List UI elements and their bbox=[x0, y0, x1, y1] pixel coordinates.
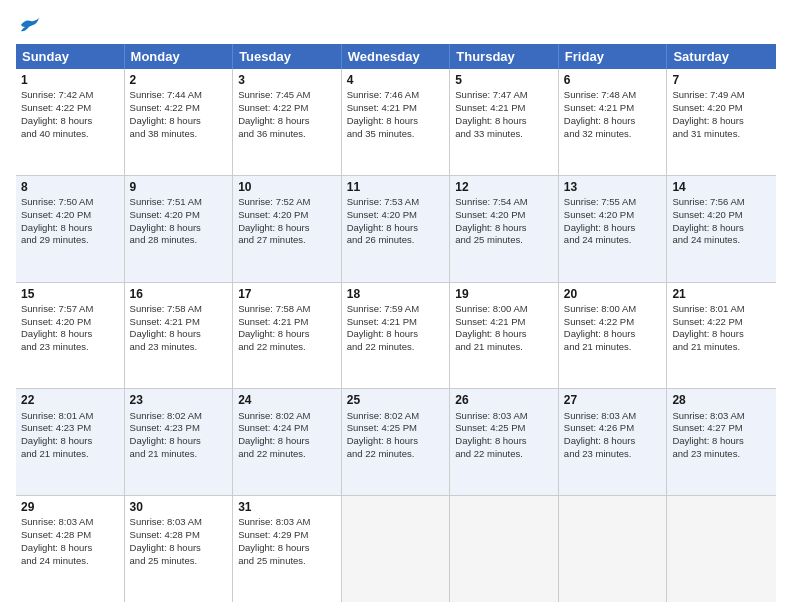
day-info: Sunset: 4:21 PM bbox=[238, 316, 336, 329]
day-info: and 21 minutes. bbox=[672, 341, 771, 354]
day-info: and 40 minutes. bbox=[21, 128, 119, 141]
day-info: Sunrise: 7:54 AM bbox=[455, 196, 553, 209]
day-info: Daylight: 8 hours bbox=[21, 222, 119, 235]
day-info: Sunset: 4:22 PM bbox=[238, 102, 336, 115]
day-info: Daylight: 8 hours bbox=[21, 328, 119, 341]
day-info: Sunset: 4:25 PM bbox=[347, 422, 445, 435]
day-number: 14 bbox=[672, 179, 771, 195]
day-info: Sunset: 4:20 PM bbox=[672, 102, 771, 115]
day-info: and 24 minutes. bbox=[21, 555, 119, 568]
day-cell-16: 16Sunrise: 7:58 AMSunset: 4:21 PMDayligh… bbox=[125, 283, 234, 389]
day-info: and 25 minutes. bbox=[238, 555, 336, 568]
day-info: Sunset: 4:28 PM bbox=[130, 529, 228, 542]
day-info: Daylight: 8 hours bbox=[130, 542, 228, 555]
day-info: and 25 minutes. bbox=[130, 555, 228, 568]
day-info: Sunset: 4:29 PM bbox=[238, 529, 336, 542]
logo-bird-icon bbox=[19, 16, 41, 36]
day-number: 19 bbox=[455, 286, 553, 302]
day-info: Daylight: 8 hours bbox=[347, 222, 445, 235]
calendar-body: 1Sunrise: 7:42 AMSunset: 4:22 PMDaylight… bbox=[16, 69, 776, 602]
day-info: Sunrise: 8:03 AM bbox=[455, 410, 553, 423]
day-number: 15 bbox=[21, 286, 119, 302]
day-info: Sunrise: 7:58 AM bbox=[130, 303, 228, 316]
day-number: 29 bbox=[21, 499, 119, 515]
day-number: 12 bbox=[455, 179, 553, 195]
day-info: Sunrise: 7:42 AM bbox=[21, 89, 119, 102]
day-info: Daylight: 8 hours bbox=[238, 328, 336, 341]
day-info: Sunset: 4:26 PM bbox=[564, 422, 662, 435]
day-info: Daylight: 8 hours bbox=[238, 115, 336, 128]
day-info: Sunset: 4:20 PM bbox=[455, 209, 553, 222]
day-info: Sunrise: 8:01 AM bbox=[21, 410, 119, 423]
day-info: Sunrise: 7:47 AM bbox=[455, 89, 553, 102]
day-info: Sunset: 4:20 PM bbox=[347, 209, 445, 222]
day-info: Daylight: 8 hours bbox=[455, 435, 553, 448]
day-info: Daylight: 8 hours bbox=[21, 435, 119, 448]
day-info: Sunrise: 8:03 AM bbox=[21, 516, 119, 529]
day-info: Sunrise: 7:45 AM bbox=[238, 89, 336, 102]
day-info: and 29 minutes. bbox=[21, 234, 119, 247]
day-info: and 22 minutes. bbox=[455, 448, 553, 461]
day-cell-17: 17Sunrise: 7:58 AMSunset: 4:21 PMDayligh… bbox=[233, 283, 342, 389]
day-info: Sunrise: 8:02 AM bbox=[238, 410, 336, 423]
day-number: 23 bbox=[130, 392, 228, 408]
logo bbox=[16, 16, 41, 36]
day-number: 18 bbox=[347, 286, 445, 302]
day-info: Sunrise: 7:51 AM bbox=[130, 196, 228, 209]
day-cell-21: 21Sunrise: 8:01 AMSunset: 4:22 PMDayligh… bbox=[667, 283, 776, 389]
empty-cell bbox=[450, 496, 559, 602]
day-cell-7: 7Sunrise: 7:49 AMSunset: 4:20 PMDaylight… bbox=[667, 69, 776, 175]
day-info: and 35 minutes. bbox=[347, 128, 445, 141]
day-info: and 27 minutes. bbox=[238, 234, 336, 247]
header-friday: Friday bbox=[559, 44, 668, 69]
day-info: Sunset: 4:23 PM bbox=[130, 422, 228, 435]
day-info: Daylight: 8 hours bbox=[21, 542, 119, 555]
day-cell-18: 18Sunrise: 7:59 AMSunset: 4:21 PMDayligh… bbox=[342, 283, 451, 389]
day-info: Sunset: 4:20 PM bbox=[21, 316, 119, 329]
day-info: Sunrise: 8:01 AM bbox=[672, 303, 771, 316]
day-info: Daylight: 8 hours bbox=[238, 222, 336, 235]
day-info: Sunset: 4:21 PM bbox=[564, 102, 662, 115]
day-number: 16 bbox=[130, 286, 228, 302]
day-number: 7 bbox=[672, 72, 771, 88]
day-number: 3 bbox=[238, 72, 336, 88]
calendar: Sunday Monday Tuesday Wednesday Thursday… bbox=[16, 44, 776, 602]
day-info: and 28 minutes. bbox=[130, 234, 228, 247]
day-cell-10: 10Sunrise: 7:52 AMSunset: 4:20 PMDayligh… bbox=[233, 176, 342, 282]
day-cell-23: 23Sunrise: 8:02 AMSunset: 4:23 PMDayligh… bbox=[125, 389, 234, 495]
day-info: Sunset: 4:21 PM bbox=[347, 316, 445, 329]
calendar-week-5: 29Sunrise: 8:03 AMSunset: 4:28 PMDayligh… bbox=[16, 496, 776, 602]
day-info: and 36 minutes. bbox=[238, 128, 336, 141]
day-info: and 22 minutes. bbox=[238, 448, 336, 461]
day-info: Sunrise: 8:02 AM bbox=[130, 410, 228, 423]
day-info: and 38 minutes. bbox=[130, 128, 228, 141]
day-number: 21 bbox=[672, 286, 771, 302]
empty-cell bbox=[667, 496, 776, 602]
day-cell-27: 27Sunrise: 8:03 AMSunset: 4:26 PMDayligh… bbox=[559, 389, 668, 495]
day-info: and 32 minutes. bbox=[564, 128, 662, 141]
day-info: and 23 minutes. bbox=[672, 448, 771, 461]
day-info: and 24 minutes. bbox=[564, 234, 662, 247]
day-info: Daylight: 8 hours bbox=[130, 115, 228, 128]
day-info: Daylight: 8 hours bbox=[672, 328, 771, 341]
day-info: and 23 minutes. bbox=[130, 341, 228, 354]
day-cell-11: 11Sunrise: 7:53 AMSunset: 4:20 PMDayligh… bbox=[342, 176, 451, 282]
day-info: Sunrise: 8:03 AM bbox=[672, 410, 771, 423]
header-saturday: Saturday bbox=[667, 44, 776, 69]
day-info: Daylight: 8 hours bbox=[455, 115, 553, 128]
day-info: Daylight: 8 hours bbox=[672, 115, 771, 128]
day-cell-22: 22Sunrise: 8:01 AMSunset: 4:23 PMDayligh… bbox=[16, 389, 125, 495]
day-info: Daylight: 8 hours bbox=[672, 435, 771, 448]
day-info: and 22 minutes. bbox=[347, 448, 445, 461]
day-cell-1: 1Sunrise: 7:42 AMSunset: 4:22 PMDaylight… bbox=[16, 69, 125, 175]
day-number: 2 bbox=[130, 72, 228, 88]
calendar-week-1: 1Sunrise: 7:42 AMSunset: 4:22 PMDaylight… bbox=[16, 69, 776, 176]
day-info: Sunrise: 8:00 AM bbox=[455, 303, 553, 316]
day-info: Daylight: 8 hours bbox=[238, 435, 336, 448]
day-info: Sunset: 4:22 PM bbox=[672, 316, 771, 329]
day-info: Daylight: 8 hours bbox=[130, 435, 228, 448]
day-cell-25: 25Sunrise: 8:02 AMSunset: 4:25 PMDayligh… bbox=[342, 389, 451, 495]
day-number: 22 bbox=[21, 392, 119, 408]
day-info: Sunrise: 7:48 AM bbox=[564, 89, 662, 102]
day-cell-26: 26Sunrise: 8:03 AMSunset: 4:25 PMDayligh… bbox=[450, 389, 559, 495]
